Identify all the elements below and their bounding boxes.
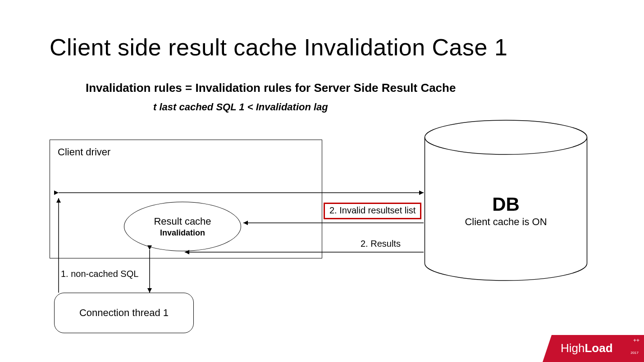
svg-point-0 [425, 120, 587, 154]
db-title: DB [424, 194, 588, 215]
connection-thread-box: Connection thread 1 [54, 293, 194, 333]
result-cache-subtitle: Invalidation [160, 228, 205, 238]
invalid-resultset-label: 2. Invalid resultset list [324, 203, 421, 219]
logo-text: HighLoad [561, 341, 613, 355]
noncached-sql-label: 1. non-cached SQL [61, 269, 138, 279]
results-label: 2. Results [361, 239, 401, 249]
result-cache-node: Result cache Invalidation [124, 202, 241, 251]
slide-subnote: t last cached SQL 1 < Invalidation lag [153, 101, 328, 113]
db-subtitle: Client cache is ON [424, 216, 588, 228]
connection-thread-label: Connection thread 1 [79, 307, 169, 319]
slide-subtitle: Invalidation rules = Invalidation rules … [86, 81, 456, 95]
highload-logo: HighLoad ++ 2017 [543, 335, 644, 362]
client-driver-label: Client driver [58, 146, 110, 158]
logo-part1: High [561, 341, 585, 355]
logo-year: 2017 [630, 351, 639, 355]
result-cache-title: Result cache [154, 216, 211, 227]
slide-title: Client side result cache Invalidation Ca… [50, 34, 507, 61]
logo-plus: ++ [633, 339, 639, 342]
logo-part2: Load [585, 341, 612, 355]
